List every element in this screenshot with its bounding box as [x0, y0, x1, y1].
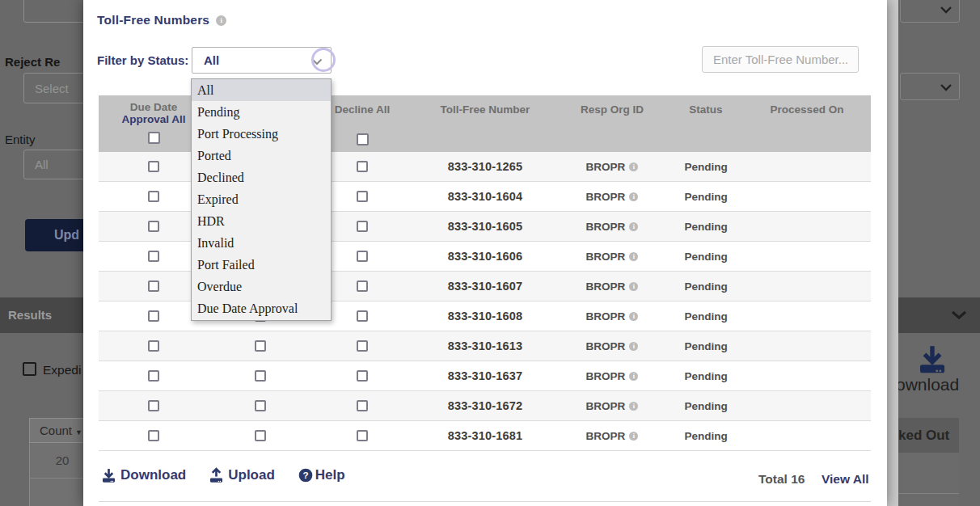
section-divider [99, 501, 871, 502]
dropdown-option[interactable]: Port Failed [192, 255, 331, 276]
processed-on-cell [750, 272, 864, 301]
dropdown-option[interactable]: HDR [192, 211, 331, 233]
resp-org-info-icon[interactable] [629, 222, 638, 231]
row-decline-checkbox[interactable] [357, 310, 368, 322]
dropdown-option[interactable]: Invalid [192, 233, 331, 255]
toll-free-number-cell: 833-310-1672 [420, 391, 550, 420]
bg-right-cell2 [898, 494, 959, 506]
header-decline-all-checkbox[interactable] [357, 133, 369, 145]
upload-link[interactable]: Upload [209, 467, 275, 483]
download-link[interactable]: Download [101, 467, 186, 483]
resp-org-id-cell: BROPR [564, 152, 661, 181]
approval-all-link[interactable]: Approval All [105, 113, 202, 125]
processed-on-cell [750, 301, 864, 331]
dropdown-option[interactable]: Pending [192, 101, 331, 123]
status-cell: Pending [665, 361, 746, 390]
resp-org-info-icon[interactable] [629, 342, 638, 351]
table-row: 833-310-1637 BROPR Pending [99, 361, 871, 391]
dropdown-option[interactable]: Expired [192, 188, 331, 210]
resp-org-id-cell: BROPR [564, 182, 661, 211]
row-approve-checkbox[interactable] [255, 430, 266, 441]
processed-on-cell [750, 361, 864, 390]
row-approve-checkbox[interactable] [255, 370, 266, 382]
bg-results-chevron-icon[interactable] [951, 310, 967, 320]
row-due-date-checkbox[interactable] [148, 400, 159, 411]
toll-free-search [702, 46, 859, 73]
bg-expedite-checkbox[interactable] [23, 362, 36, 376]
toll-free-number-cell: 833-310-1605 [420, 212, 550, 241]
row-approve-checkbox[interactable] [255, 340, 266, 352]
download-icon [101, 467, 116, 483]
resp-org-id-cell: BROPR [564, 421, 661, 450]
scrollbar[interactable] [887, 0, 898, 506]
dropdown-option[interactable]: Port Processing [192, 123, 331, 145]
row-decline-checkbox[interactable] [357, 280, 368, 292]
status-cell: Pending [665, 391, 746, 420]
resp-org-info-icon[interactable] [629, 402, 638, 411]
bg-right-select[interactable] [900, 73, 960, 100]
row-due-date-checkbox[interactable] [148, 310, 159, 322]
row-decline-checkbox[interactable] [357, 400, 368, 411]
processed-on-cell [750, 391, 864, 420]
row-decline-checkbox[interactable] [357, 340, 368, 352]
svg-text:?: ? [302, 470, 308, 480]
resp-org-info-icon[interactable] [629, 312, 638, 321]
toll-free-number-cell: 833-310-1604 [420, 182, 550, 211]
bg-reject-reason-value: Select [35, 82, 69, 95]
resp-org-info-icon[interactable] [629, 252, 638, 261]
total-count: Total 16 [758, 472, 805, 487]
status-cell: Pending [665, 242, 746, 271]
row-due-date-checkbox[interactable] [148, 430, 159, 441]
bg-top-right-select[interactable] [900, 0, 960, 23]
bg-reject-reason-label: Reject Re [5, 55, 60, 69]
status-cell: Pending [665, 272, 746, 301]
toll-free-search-input[interactable] [702, 46, 859, 73]
table-row: 833-310-1613 BROPR Pending [99, 331, 871, 361]
help-link[interactable]: ? Help [298, 467, 345, 483]
help-icon: ? [298, 467, 314, 483]
header-due-date-approval-checkbox[interactable] [148, 132, 160, 144]
resp-org-info-icon[interactable] [629, 372, 638, 381]
title-info-icon[interactable] [216, 15, 226, 26]
row-due-date-checkbox[interactable] [148, 221, 159, 232]
resp-org-info-icon[interactable] [629, 162, 638, 171]
dropdown-option[interactable]: Overdue [192, 276, 331, 298]
row-decline-checkbox[interactable] [357, 161, 368, 172]
resp-org-info-icon[interactable] [629, 432, 638, 441]
row-due-date-checkbox[interactable] [148, 251, 159, 262]
resp-org-id-cell: BROPR [564, 242, 661, 271]
bg-sort-desc-icon [72, 424, 82, 437]
select-focus-ring [311, 48, 336, 72]
resp-org-id-cell: BROPR [564, 361, 661, 390]
dropdown-option[interactable]: Due Date Approval [192, 298, 331, 320]
row-due-date-checkbox[interactable] [148, 161, 159, 172]
status-cell: Pending [665, 301, 746, 331]
dropdown-option[interactable]: Ported [192, 145, 331, 167]
chevron-down-icon [940, 83, 953, 91]
row-approve-checkbox[interactable] [255, 400, 266, 411]
header-processed-on: Processed On [750, 103, 864, 116]
row-due-date-checkbox[interactable] [148, 191, 159, 202]
bg-download-icon[interactable] [917, 343, 948, 375]
toll-free-number-cell: 833-310-1607 [420, 272, 550, 301]
processed-on-cell [750, 212, 864, 241]
processed-on-cell [750, 152, 864, 181]
view-all-link[interactable]: View All [822, 472, 869, 487]
row-decline-checkbox[interactable] [357, 370, 368, 382]
row-decline-checkbox[interactable] [357, 191, 368, 202]
row-due-date-checkbox[interactable] [148, 280, 159, 292]
modal-title: Toll-Free Numbers [97, 13, 209, 27]
row-due-date-checkbox[interactable] [148, 340, 159, 352]
row-due-date-checkbox[interactable] [148, 370, 159, 382]
bg-download-label[interactable]: ownload [896, 375, 959, 394]
row-decline-checkbox[interactable] [357, 221, 368, 232]
dropdown-option[interactable]: Declined [192, 167, 331, 188]
row-decline-checkbox[interactable] [357, 251, 368, 262]
resp-org-info-icon[interactable] [629, 192, 638, 201]
header-due-date-approval: Due Date Approval All [105, 101, 202, 125]
row-decline-checkbox[interactable] [357, 430, 368, 441]
chevron-down-icon [940, 6, 953, 14]
resp-org-info-icon[interactable] [629, 282, 638, 291]
table-row: 833-310-1672 BROPR Pending [99, 391, 871, 421]
dropdown-option[interactable]: All [192, 79, 331, 101]
